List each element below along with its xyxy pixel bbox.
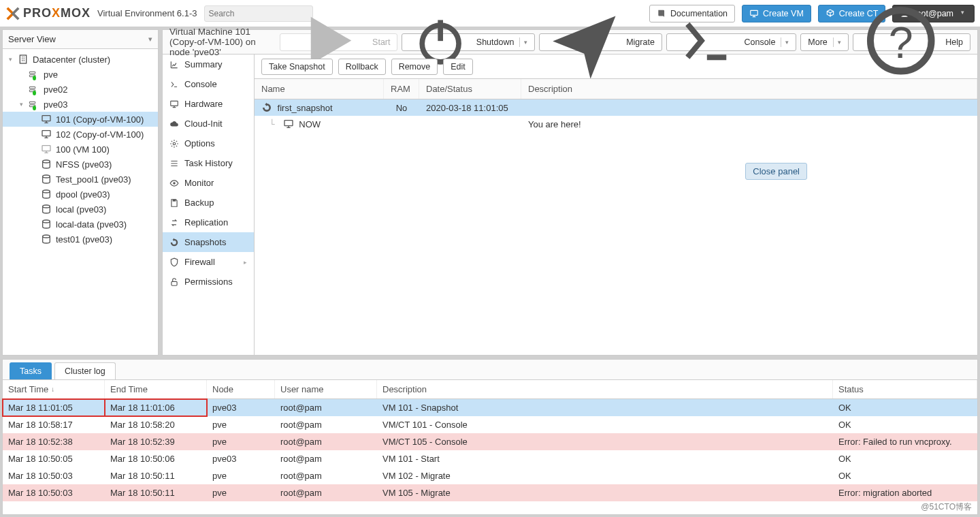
task-row[interactable]: Mar 18 10:58:17 Mar 18 10:58:20 pve root… — [3, 416, 977, 433]
sidenav-item-cloud-init[interactable]: Cloud-Init — [163, 114, 254, 134]
tasks-header: Start Time↓ End Time Node User name Desc… — [3, 380, 977, 399]
tasks-tabs: Tasks Cluster log — [3, 360, 977, 380]
col-name[interactable]: Name — [255, 79, 384, 99]
storage-icon — [41, 159, 52, 170]
tree-node[interactable]: pve — [3, 67, 158, 82]
col-date[interactable]: Date/Status — [419, 79, 521, 99]
sidenav-item-firewall[interactable]: Firewall ▸ — [163, 252, 254, 272]
task-end: Mar 18 10:50:06 — [105, 450, 207, 467]
resource-tree: ▾Datacenter (cluster)pvepve02▾pve03101 (… — [3, 49, 158, 249]
task-node: pve — [207, 484, 275, 501]
task-start: Mar 18 10:50:05 — [3, 450, 105, 467]
task-user: root@pam — [275, 450, 377, 467]
sidenav-item-hardware[interactable]: Hardware — [163, 94, 254, 114]
tree-node[interactable]: ▾pve03 — [3, 97, 158, 112]
migrate-button[interactable]: Migrate — [539, 33, 662, 51]
book-icon — [657, 9, 666, 18]
storage-icon — [41, 219, 52, 230]
col-end-time[interactable]: End Time — [105, 380, 207, 398]
monitor-off-icon — [41, 144, 52, 155]
task-row[interactable]: Mar 18 10:50:05 Mar 18 10:50:06 pve03 ro… — [3, 450, 977, 467]
sidenav-item-snapshots[interactable]: Snapshots — [163, 232, 254, 252]
col-node[interactable]: Node — [207, 380, 275, 398]
tree-item[interactable]: 102 (Copy-of-VM-100) — [3, 127, 158, 142]
take-snapshot-button[interactable]: Take Snapshot — [261, 59, 333, 75]
tree-item[interactable]: dpool (pve03) — [3, 187, 158, 202]
svg-rect-0 — [751, 10, 758, 15]
logo-icon — [5, 6, 20, 21]
task-status: OK — [833, 450, 977, 467]
task-user: root@pam — [275, 484, 377, 501]
chevron-down-icon[interactable]: ▾ — [781, 37, 789, 47]
close-panel-tooltip[interactable]: Close panel — [745, 163, 807, 180]
svg-rect-2 — [20, 55, 26, 63]
tree-item[interactable]: local (pve03) — [3, 202, 158, 217]
edit-button[interactable]: Edit — [443, 59, 473, 75]
svg-point-15 — [43, 205, 50, 208]
chevron-right-icon: ▸ — [244, 259, 247, 266]
tree-item[interactable]: 100 (VM 100) — [3, 142, 158, 157]
sidenav-item-monitor[interactable]: Monitor — [163, 173, 254, 193]
svg-rect-8 — [29, 105, 35, 107]
svg-rect-5 — [29, 87, 35, 89]
task-row[interactable]: Mar 18 11:01:05 Mar 18 11:01:06 pve03 ro… — [3, 399, 977, 416]
tab-cluster-log[interactable]: Cluster log — [54, 362, 116, 379]
snapshot-row[interactable]: └ NOW You are here! — [255, 116, 977, 132]
sidenav-item-summary[interactable]: Summary — [163, 54, 254, 74]
col-status[interactable]: Status — [833, 380, 977, 398]
task-start: Mar 18 10:58:17 — [3, 416, 105, 433]
help-button[interactable]: ? Help — [853, 33, 970, 51]
svg-rect-6 — [29, 90, 35, 92]
tree-item[interactable]: local-data (pve03) — [3, 217, 158, 232]
terminal-icon — [169, 80, 179, 89]
chevron-down-icon[interactable]: ▾ — [833, 37, 841, 47]
create-vm-button[interactable]: Create VM — [742, 5, 811, 22]
rollback-button[interactable]: Rollback — [338, 59, 386, 75]
svg-rect-25 — [172, 281, 177, 285]
task-desc: VM 101 - Start — [377, 450, 833, 467]
col-start-time[interactable]: Start Time↓ — [3, 380, 105, 398]
sidenav-item-task-history[interactable]: Task History — [163, 153, 254, 173]
tree-node[interactable]: pve02 — [3, 82, 158, 97]
chevron-down-icon[interactable]: ▾ — [519, 37, 527, 47]
chart-icon — [169, 60, 179, 69]
vm-config-nav: Summary Console Hardware Cloud-Init Opti… — [163, 54, 255, 355]
start-button[interactable]: Start — [280, 33, 398, 51]
view-selector[interactable]: Server View ▾ — [3, 30, 158, 49]
col-description[interactable]: Description — [377, 380, 833, 398]
tree-datacenter[interactable]: ▾Datacenter (cluster) — [3, 52, 158, 67]
vm-panel-header: Virtual Machine 101 (Copy-of-VM-100) on … — [163, 30, 977, 54]
task-status: Error: Failed to run vncproxy. — [833, 433, 977, 450]
more-button[interactable]: More ▾ — [800, 33, 848, 51]
svg-point-12 — [43, 160, 50, 163]
tree-item[interactable]: Test_pool1 (pve03) — [3, 172, 158, 187]
tree-item[interactable]: 101 (Copy-of-VM-100) — [3, 112, 158, 127]
task-node: pve — [207, 433, 275, 450]
sidenav-item-replication[interactable]: Replication — [163, 213, 254, 232]
col-ram[interactable]: RAM — [384, 79, 419, 99]
remove-button[interactable]: Remove — [391, 59, 438, 75]
sidenav-item-console[interactable]: Console — [163, 74, 254, 94]
col-user[interactable]: User name — [275, 380, 377, 398]
task-start: Mar 18 10:50:03 — [3, 467, 105, 484]
tree-item[interactable]: test01 (pve03) — [3, 232, 158, 247]
task-row[interactable]: Mar 18 10:50:03 Mar 18 10:50:11 pve root… — [3, 467, 977, 484]
shutdown-button[interactable]: Shutdown ▾ — [402, 33, 535, 51]
snapshot-row[interactable]: first_snapshot No 2020-03-18 11:01:05 — [255, 99, 977, 116]
monitor-icon — [749, 9, 759, 18]
task-user: root@pam — [275, 433, 377, 450]
svg-rect-4 — [29, 75, 35, 77]
console-button[interactable]: Console ▾ — [666, 33, 796, 51]
task-start: Mar 18 10:52:38 — [3, 433, 105, 450]
tab-tasks[interactable]: Tasks — [10, 362, 52, 379]
sidenav-item-permissions[interactable]: Permissions — [163, 272, 254, 292]
sidenav-item-options[interactable]: Options — [163, 134, 254, 153]
svg-point-16 — [43, 220, 50, 223]
task-row[interactable]: Mar 18 10:50:03 Mar 18 10:50:11 pve root… — [3, 484, 977, 501]
col-desc[interactable]: Description — [521, 79, 977, 99]
tree-item[interactable]: NFSS (pve03) — [3, 157, 158, 172]
sidenav-item-backup[interactable]: Backup — [163, 193, 254, 213]
svg-point-17 — [43, 235, 50, 238]
task-row[interactable]: Mar 18 10:52:38 Mar 18 10:52:39 pve root… — [3, 433, 977, 450]
task-node: pve — [207, 416, 275, 433]
